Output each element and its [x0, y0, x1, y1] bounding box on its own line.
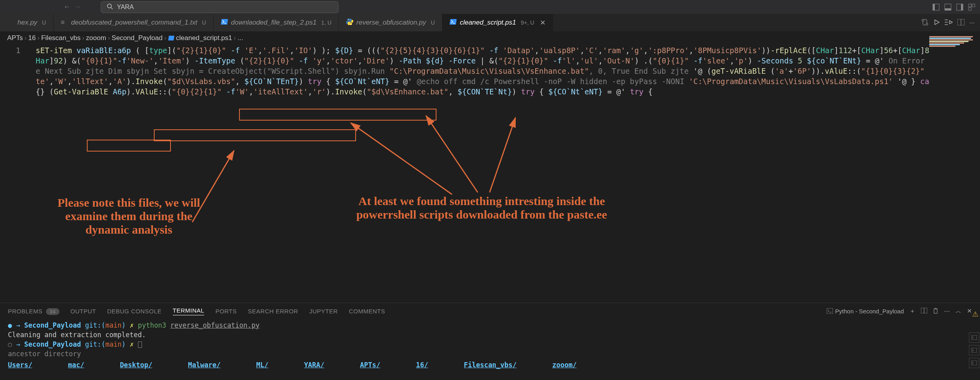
tab-downloaded-ps1[interactable]: downlaoded_file_step_2.ps1 1, U: [214, 14, 339, 31]
svg-point-12: [350, 24, 351, 25]
more-terminal-icon[interactable]: ⋯: [944, 307, 950, 315]
svg-point-11: [348, 19, 349, 20]
tab-cleaned-script-ps1[interactable]: cleaned_script.ps1 9+, U ✕: [442, 14, 553, 31]
panel-tab-search-error[interactable]: SEARCH ERROR: [248, 308, 298, 315]
tab-hex-py[interactable]: hex.py U: [0, 14, 54, 31]
svg-point-0: [107, 4, 111, 8]
svg-line-1: [111, 8, 113, 9]
svg-rect-7: [961, 4, 963, 10]
terminal-side-icon-2[interactable]: [969, 345, 979, 355]
svg-rect-24: [971, 335, 977, 340]
terminal-side-icon-1[interactable]: [969, 332, 979, 343]
svg-rect-26: [971, 361, 977, 365]
split-editor-icon[interactable]: [957, 19, 965, 27]
tab-reverse-obfuscation-py[interactable]: reverse_obfuscation.py U: [339, 14, 442, 31]
search-text: YARA: [117, 4, 134, 11]
panel-tab-terminal[interactable]: TERMINAL: [173, 307, 205, 315]
split-terminal-icon[interactable]: [921, 308, 927, 315]
svg-point-14: [926, 23, 928, 25]
svg-rect-25: [971, 348, 977, 353]
run-file-icon[interactable]: [934, 19, 940, 27]
svg-rect-21: [827, 308, 833, 314]
svg-rect-8: [969, 4, 971, 7]
problems-count-badge: 34: [46, 308, 59, 315]
close-tab-icon[interactable]: ✕: [540, 19, 546, 27]
layout-panel-right-icon[interactable]: [955, 3, 964, 12]
compare-changes-icon[interactable]: [921, 18, 929, 27]
bottom-panel: PROBLEMS 34 OUTPUT DEBUG CONSOLE TERMINA…: [0, 303, 980, 380]
command-center-search[interactable]: YARA: [101, 1, 339, 13]
breadcrumb[interactable]: APTs› 16› Filescan_vbs› zooom› Second_Pa…: [0, 32, 980, 44]
tab-deobfuscated-txt[interactable]: ≡ deobfuscated_powershell_command_1.txt …: [54, 14, 214, 31]
run-to-line-icon[interactable]: [945, 19, 953, 26]
line-number: 1: [16, 45, 20, 56]
panel-tab-jupyter[interactable]: JUPYTER: [309, 308, 338, 315]
warning-icon: ⚠: [972, 310, 978, 319]
editor-tab-bar: hex.py U ≡ deobfuscated_powershell_comma…: [0, 14, 980, 32]
nav-back-icon[interactable]: ←: [63, 3, 71, 11]
svg-rect-5: [945, 8, 951, 10]
layout-panel-bottom-icon[interactable]: [944, 3, 952, 12]
new-terminal-icon[interactable]: ＋: [909, 307, 915, 315]
terminal-profile-label[interactable]: Python - Second_Payload: [827, 308, 904, 315]
terminal-output[interactable]: ● → Second_Payload git:(main) ✗ python3 …: [0, 319, 980, 371]
close-panel-icon[interactable]: ✕: [967, 307, 972, 315]
svg-point-13: [922, 19, 924, 21]
svg-rect-3: [933, 4, 935, 10]
powershell-icon: [450, 19, 457, 27]
svg-rect-10: [969, 8, 971, 10]
terminal-icon: [827, 308, 833, 314]
customize-layout-icon[interactable]: [967, 3, 976, 12]
file-text-icon: ≡: [61, 19, 68, 27]
panel-tab-ports[interactable]: PORTS: [215, 308, 237, 315]
code-editor[interactable]: 1 sET-iTem vaRiaBlE:a6p ( [type]("{2}{1}…: [0, 44, 980, 203]
kill-terminal-icon[interactable]: [933, 307, 938, 315]
layout-panel-left-icon[interactable]: [932, 3, 940, 12]
nav-forward-icon[interactable]: →: [74, 3, 81, 11]
code-content[interactable]: sET-iTem vaRiaBlE:a6p ( [type]("{2}{1}{0…: [36, 45, 956, 97]
terminal-side-icon-3[interactable]: [969, 358, 979, 368]
svg-rect-9: [972, 4, 975, 7]
panel-tab-output[interactable]: OUTPUT: [71, 308, 96, 315]
more-actions-icon[interactable]: ⋯: [969, 20, 974, 26]
maximize-panel-icon[interactable]: ︿: [955, 307, 961, 315]
terminal-path-completions: Users/ mac/ Desktop/ Malware/ ML/ YARA/ …: [8, 360, 972, 370]
panel-tab-debug-console[interactable]: DEBUG CONSOLE: [107, 308, 161, 315]
panel-tab-comments[interactable]: COMMENTS: [349, 308, 385, 315]
terminal-cursor: [138, 342, 142, 348]
python-icon: [346, 18, 353, 27]
powershell-icon: [221, 19, 228, 27]
panel-tab-problems[interactable]: PROBLEMS 34: [8, 308, 59, 315]
minimap[interactable]: [929, 36, 973, 107]
search-icon: [107, 3, 113, 11]
